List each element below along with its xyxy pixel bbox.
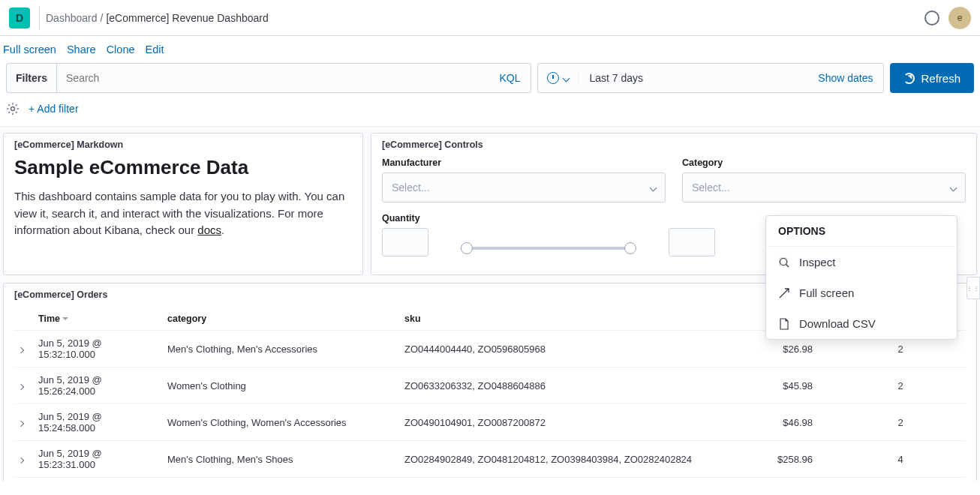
kql-toggle[interactable]: KQL: [488, 64, 531, 92]
cell-time: Jun 5, 2019 @ 15:32:10.000: [34, 331, 163, 368]
sort-desc-icon: [62, 317, 68, 323]
docs-link[interactable]: docs: [197, 224, 221, 236]
clock-icon: [547, 72, 559, 84]
slider-track[interactable]: [466, 247, 631, 250]
search-input[interactable]: [57, 64, 488, 92]
help-icon[interactable]: [924, 10, 939, 26]
table-row: Jun 5, 2019 @ 15:26:24.000Women's Clothi…: [14, 368, 966, 404]
refresh-button[interactable]: Refresh: [890, 63, 974, 93]
cell-total: $45.98: [730, 368, 835, 404]
divider: [39, 6, 40, 30]
cell-qty: 4: [835, 441, 966, 478]
filters-label[interactable]: Filters: [7, 64, 57, 92]
show-dates-link[interactable]: Show dates: [807, 72, 883, 84]
chevron-down-icon: [650, 184, 657, 191]
share-link[interactable]: Share: [67, 44, 96, 56]
file-icon: [778, 318, 790, 330]
cell-total: $258.96: [730, 441, 835, 478]
expand-row-icon[interactable]: [18, 457, 24, 463]
cell-sku: ZO0633206332, ZO0488604886: [400, 368, 730, 404]
refresh-label: Refresh: [921, 72, 960, 85]
panel-markdown: [eCommerce] Markdown Sample eCommerce Da…: [3, 133, 363, 275]
cell-qty: 2: [835, 368, 966, 404]
inspect-icon: [778, 256, 790, 268]
col-sku[interactable]: sku: [400, 308, 730, 331]
avatar[interactable]: e: [948, 7, 971, 29]
cell-qty: 2: [835, 404, 966, 441]
chevron-down-icon: [563, 74, 570, 82]
filter-bar: Filters KQL Last 7 days Show dates Refre…: [0, 63, 980, 99]
svg-point-1: [780, 258, 787, 265]
expand-row-icon[interactable]: [18, 346, 24, 352]
quantity-min-input[interactable]: [382, 228, 428, 256]
refresh-icon: [903, 73, 915, 84]
cell-category: Men's Shoes, Men's Clothing: [163, 478, 400, 482]
breadcrumb-current: [eCommerce] Revenue Dashboard: [106, 12, 268, 24]
markdown-suffix: .: [221, 224, 224, 236]
cell-sku: ZO0519005190, ZO0610206102, ZO0514405144…: [400, 478, 730, 482]
cell-category: Women's Clothing, Women's Accessories: [163, 404, 400, 441]
popover-fullscreen-label: Full screen: [799, 286, 854, 299]
date-range-text[interactable]: Last 7 days: [579, 72, 807, 84]
cell-category: Men's Clothing, Men's Accessories: [163, 331, 400, 368]
cell-time: Jun 5, 2019 @ 15:23:31.000: [34, 441, 163, 478]
dashboard-actions: Full screen Share Clone Edit: [0, 36, 980, 63]
quantity-max-input[interactable]: [669, 228, 715, 256]
cell-time: Jun 5, 2019 @ 15:24:58.000: [34, 404, 163, 441]
select-placeholder: Select...: [392, 182, 430, 194]
category-select[interactable]: Select...: [682, 172, 966, 202]
add-filter-row: + Add filter: [0, 99, 980, 127]
cell-sku: ZO0444004440, ZO0596805968: [400, 331, 730, 368]
svg-point-0: [11, 107, 15, 111]
date-quick-menu[interactable]: [538, 72, 579, 84]
panel-title: [eCommerce] Markdown: [14, 140, 352, 150]
fullscreen-link[interactable]: Full screen: [3, 44, 56, 56]
popover-header: OPTIONS: [766, 216, 957, 247]
expand-row-icon[interactable]: [18, 383, 24, 389]
add-filter-link[interactable]: + Add filter: [29, 103, 79, 115]
cell-qty: 4: [835, 478, 966, 482]
markdown-text: This dashboard contains sample data for …: [14, 190, 344, 236]
app-logo[interactable]: D: [9, 8, 30, 28]
cell-total: $97.96: [730, 478, 835, 482]
popover-inspect-label: Inspect: [799, 256, 835, 268]
markdown-heading: Sample eCommerce Data: [14, 156, 352, 179]
popover-inspect[interactable]: Inspect: [766, 247, 957, 278]
panel-title: [eCommerce] Controls: [382, 140, 966, 150]
flyout-handle[interactable]: ⋮⋮: [966, 277, 980, 299]
col-time[interactable]: Time: [34, 308, 163, 331]
date-picker[interactable]: Last 7 days Show dates: [537, 63, 884, 93]
col-category[interactable]: category: [163, 308, 400, 331]
popover-download-csv[interactable]: Download CSV: [766, 308, 957, 339]
manufacturer-select[interactable]: Select...: [382, 172, 666, 202]
manufacturer-label: Manufacturer: [382, 158, 666, 168]
cell-sku: ZO0490104901, ZO0087200872: [400, 404, 730, 441]
cell-category: Women's Clothing: [163, 368, 400, 404]
clone-link[interactable]: Clone: [107, 44, 135, 56]
chevron-down-icon: [950, 184, 957, 191]
breadcrumb-root[interactable]: Dashboard: [46, 12, 98, 24]
expand-row-icon[interactable]: [18, 420, 24, 426]
table-row: Jun 5, 2019 @ 15:23:31.000Men's Clothing…: [14, 441, 966, 478]
category-label: Category: [682, 158, 966, 168]
cell-category: Men's Clothing, Men's Shoes: [163, 441, 400, 478]
select-placeholder: Select...: [692, 182, 730, 194]
dashboard-body: [eCommerce] Markdown Sample eCommerce Da…: [0, 127, 980, 481]
cell-total: $46.98: [730, 404, 835, 441]
popover-download-label: Download CSV: [799, 317, 876, 330]
cell-time: Jun 5, 2019 @ 15:26:24.000: [34, 368, 163, 404]
search-wrapper: Filters KQL: [6, 63, 531, 93]
markdown-body: This dashboard contains sample data for …: [14, 188, 352, 239]
edit-link[interactable]: Edit: [146, 44, 164, 56]
table-row: Jun 5, 2019 @ 15:19:12.000Men's Shoes, M…: [14, 478, 966, 482]
breadcrumb-separator: /: [101, 12, 104, 24]
popover-fullscreen[interactable]: Full screen: [766, 278, 957, 308]
panel-options-popover: OPTIONS Inspect Full screen Download CSV: [765, 215, 957, 340]
cell-time: Jun 5, 2019 @ 15:19:12.000: [34, 478, 163, 482]
fullscreen-icon: [778, 287, 790, 299]
gear-icon[interactable]: [6, 102, 20, 116]
table-row: Jun 5, 2019 @ 15:24:58.000Women's Clothi…: [14, 404, 966, 441]
top-bar: D Dashboard / [eCommerce] Revenue Dashbo…: [0, 0, 980, 36]
cell-sku: ZO0284902849, ZO0481204812, ZO0398403984…: [400, 441, 730, 478]
